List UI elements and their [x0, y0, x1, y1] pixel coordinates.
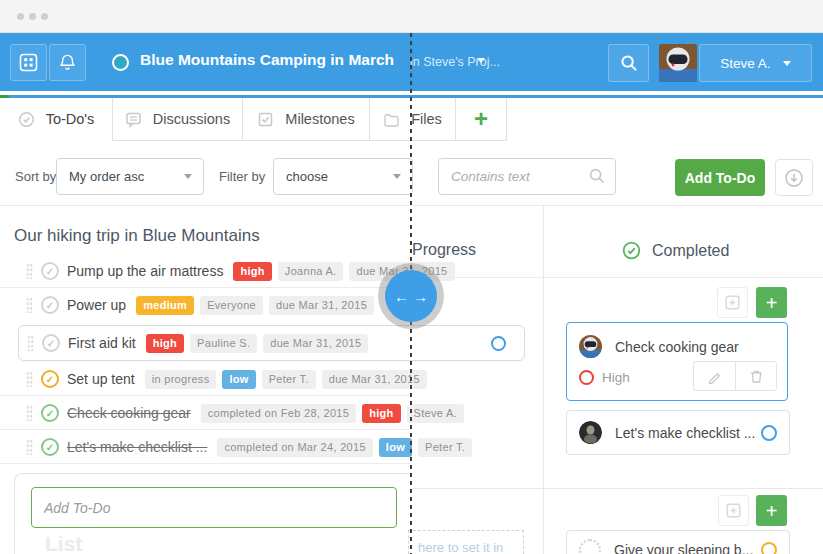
card-title: Give your sleeping b...	[614, 542, 753, 554]
priority-badge: low	[222, 370, 255, 389]
tab-label: Files	[411, 111, 442, 127]
add-card-button[interactable]: +	[756, 287, 787, 318]
status-circle-icon[interactable]: ✓	[41, 262, 59, 280]
status-circle-icon[interactable]: ✓	[41, 296, 59, 314]
user-avatar-icon	[579, 421, 602, 444]
card-title-row: Let's make checklist ...	[567, 411, 789, 444]
tab-label: Milestones	[285, 111, 354, 127]
status-circle-icon[interactable]: ✓	[42, 334, 60, 352]
astronaut-avatar-icon	[579, 335, 602, 358]
priority-badge: medium	[136, 296, 194, 315]
tab-label: To-Do's	[46, 111, 95, 127]
search-icon	[619, 53, 639, 73]
user-dropdown-caret-icon	[783, 61, 791, 66]
column-completed-label: Completed	[652, 242, 729, 260]
drag-handle-icon[interactable]	[26, 297, 33, 313]
status-circle-icon[interactable]: ✓	[41, 438, 59, 456]
card-title: Let's make checklist ...	[615, 425, 755, 441]
project-dropdown-caret-icon[interactable]	[477, 58, 485, 63]
completed-card-unassigned[interactable]: Give your sleeping b...	[566, 530, 790, 554]
todo-title: Let's make checklist ...	[67, 439, 207, 455]
window-dot-icon[interactable]	[41, 13, 48, 20]
bell-icon	[58, 53, 77, 72]
grid-icon	[19, 53, 38, 72]
drag-handle-icon[interactable]	[26, 263, 33, 279]
drag-handle-icon[interactable]	[26, 371, 33, 387]
todo-title: Power up	[67, 297, 126, 313]
status-circle-icon[interactable]: ✓	[41, 370, 59, 388]
board-header-border	[411, 277, 823, 278]
contains-text-input[interactable]	[438, 158, 616, 195]
delete-button[interactable]	[735, 361, 777, 391]
priority-badge: low	[379, 438, 412, 457]
todo-row-highlighted[interactable]: ✓ First aid kit high Pauline S. due Mar …	[18, 325, 525, 361]
todo-list: ✓ Pump up the air mattress high Joanna A…	[0, 254, 525, 464]
priority-label: High	[602, 370, 630, 385]
priority-badge: high	[146, 334, 184, 353]
drag-handle-icon[interactable]	[26, 405, 33, 421]
edit-button[interactable]	[693, 361, 735, 391]
todo-title: Pump up the air mattress	[67, 263, 223, 279]
project-status-icon	[112, 54, 129, 71]
discussion-bubble-icon	[125, 111, 142, 128]
pencil-icon	[707, 369, 722, 384]
tab-files[interactable]: Files	[370, 98, 456, 140]
status-circle-icon[interactable]: ✓	[41, 404, 59, 422]
folder-icon	[383, 111, 400, 128]
tab-todos[interactable]: To-Do's	[0, 98, 113, 141]
todo-row[interactable]: ✓ Pump up the air mattress high Joanna A…	[0, 254, 525, 288]
square-plus-icon	[725, 295, 740, 310]
project-group-label: in Steve's Proj...	[410, 55, 500, 69]
window-dot-icon[interactable]	[29, 13, 36, 20]
todo-check-circle-icon	[18, 111, 35, 128]
download-circle-icon	[784, 168, 804, 188]
apps-grid-button[interactable]	[10, 44, 47, 81]
arrow-left-icon: ←	[394, 288, 409, 305]
todo-row[interactable]: ✓ Set up tent in progress low Peter T. d…	[0, 362, 525, 396]
completed-date-badge: completed on Mar 24, 2015	[217, 438, 372, 457]
add-card-outline-button[interactable]	[718, 495, 749, 526]
tab-discussions[interactable]: Discussions	[113, 98, 243, 140]
user-menu[interactable]: Steve A.	[699, 44, 812, 82]
app-window: Blue Mountains Camping in March in Steve…	[0, 0, 823, 554]
split-drag-handle[interactable]: ←→	[385, 270, 437, 322]
priority-high-ring-icon	[579, 370, 594, 385]
add-tab-button[interactable]: +	[456, 98, 507, 140]
filter-by-label: Filter by	[219, 169, 265, 184]
drag-handle-icon[interactable]	[26, 439, 33, 455]
status-badge: in progress	[145, 370, 217, 389]
sort-select[interactable]: My order asc	[56, 158, 204, 195]
search-button[interactable]	[608, 44, 649, 82]
card-actions	[693, 361, 777, 391]
add-todo-button[interactable]: Add To-Do	[675, 159, 765, 196]
astronaut-avatar-icon	[659, 44, 697, 82]
progress-spinner-icon	[491, 336, 506, 351]
notifications-button[interactable]	[49, 44, 86, 81]
todo-row[interactable]: ✓ Let's make checklist ... completed on …	[0, 430, 525, 464]
window-dot-icon[interactable]	[17, 13, 24, 20]
drag-handle-icon[interactable]	[27, 335, 34, 351]
assignee-badge: Steve A.	[407, 404, 464, 423]
progress-dropzone[interactable]: here to set it in	[408, 530, 524, 554]
column-progress-label: Progress	[412, 241, 476, 259]
tab-label: Discussions	[153, 111, 230, 127]
priority-badge: high	[362, 404, 400, 423]
tab-milestones[interactable]: Milestones	[243, 98, 370, 140]
user-avatar[interactable]	[659, 44, 697, 82]
plus-icon: +	[474, 105, 488, 133]
milestone-checkbox-icon	[257, 111, 274, 128]
add-card-button[interactable]: +	[756, 495, 787, 526]
dropzone-hint: here to set it in	[418, 540, 503, 554]
completed-card-selected[interactable]: Check cooking gear High	[566, 322, 788, 401]
add-card-outline-button[interactable]	[717, 287, 748, 318]
export-button[interactable]	[775, 159, 813, 196]
plus-icon: +	[766, 293, 778, 313]
assignee-badge: Peter T.	[418, 438, 472, 457]
add-todo-input[interactable]	[31, 487, 397, 528]
filter-select[interactable]: choose	[273, 158, 413, 195]
completed-card[interactable]: Let's make checklist ...	[566, 410, 790, 455]
todo-row[interactable]: ✓ Check cooking gear completed on Feb 28…	[0, 396, 525, 430]
todo-row[interactable]: ✓ Power up medium Everyone due Mar 31, 2…	[0, 288, 525, 322]
due-date-badge: due Mar 31, 2015	[263, 334, 368, 353]
trash-icon	[749, 369, 764, 384]
